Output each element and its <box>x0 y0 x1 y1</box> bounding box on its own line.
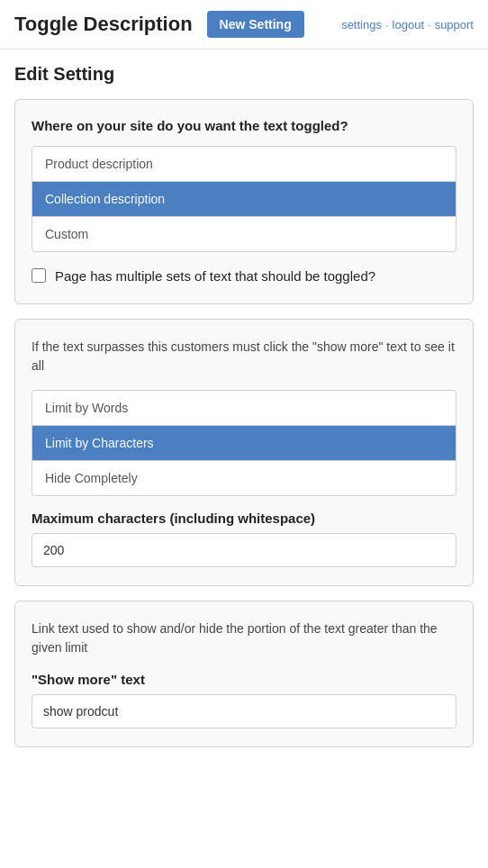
option-hide-completely[interactable]: Hide Completely <box>32 461 456 495</box>
header-nav: settings · logout · support <box>341 18 474 32</box>
show-more-label: "Show more" text <box>32 672 456 687</box>
link-text-card: Link text used to show and/or hide the p… <box>14 601 474 747</box>
toggle-location-title: Where on your site do you want the text … <box>32 118 456 133</box>
limit-type-options: Limit by Words Limit by Characters Hide … <box>32 390 456 496</box>
page-content: Edit Setting Where on your site do you w… <box>0 50 488 783</box>
max-chars-label: Maximum characters (including whitespace… <box>32 511 456 526</box>
settings-link[interactable]: settings <box>341 18 382 32</box>
limit-type-description: If the text surpasses this customers mus… <box>32 338 456 375</box>
option-limit-by-words[interactable]: Limit by Words <box>32 391 456 426</box>
option-product-description[interactable]: Product description <box>32 147 456 182</box>
edit-setting-title: Edit Setting <box>14 64 474 85</box>
multiple-sets-row: Page has multiple sets of text that shou… <box>32 267 456 285</box>
multiple-sets-label: Page has multiple sets of text that shou… <box>55 267 375 285</box>
option-collection-description[interactable]: Collection description <box>32 182 456 217</box>
option-custom[interactable]: Custom <box>32 217 456 251</box>
logout-link[interactable]: logout <box>393 18 424 32</box>
multiple-sets-checkbox[interactable] <box>32 268 46 283</box>
separator-2: · <box>428 18 431 32</box>
show-more-input[interactable] <box>32 694 456 728</box>
header: Toggle Description New Setting settings … <box>0 0 488 50</box>
option-limit-by-characters[interactable]: Limit by Characters <box>32 426 456 461</box>
toggle-location-options: Product description Collection descripti… <box>32 146 456 252</box>
separator-1: · <box>385 18 389 32</box>
new-setting-button[interactable]: New Setting <box>207 11 304 38</box>
max-chars-input[interactable] <box>32 533 456 567</box>
limit-type-card: If the text surpasses this customers mus… <box>14 319 474 586</box>
page-title: Toggle Description <box>14 13 193 36</box>
toggle-location-card: Where on your site do you want the text … <box>14 99 474 304</box>
link-text-description: Link text used to show and/or hide the p… <box>32 619 456 657</box>
support-link[interactable]: support <box>435 18 474 32</box>
